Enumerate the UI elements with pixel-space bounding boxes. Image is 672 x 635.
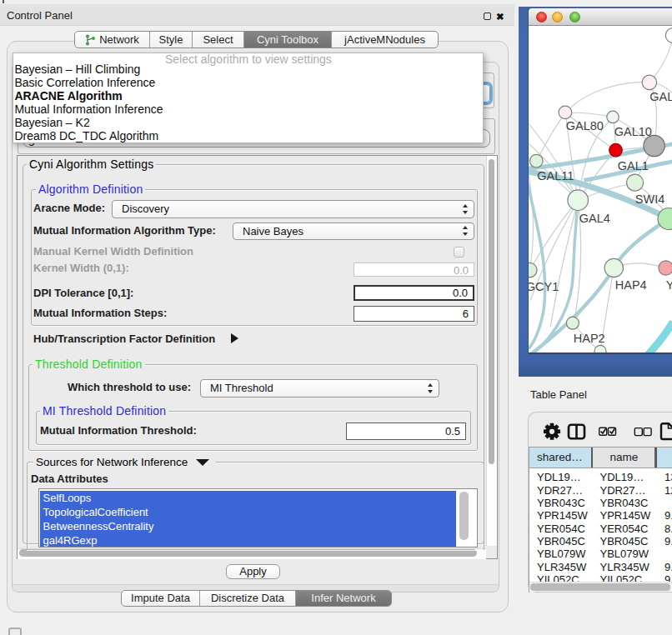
svg-text:GCY1: GCY1 <box>529 279 559 292</box>
svg-text:SWI4: SWI4 <box>634 192 664 206</box>
svg-text:GAL7: GAL7 <box>649 90 672 103</box>
svg-text:GAL1: GAL1 <box>617 159 648 172</box>
svg-text:HAP4: HAP4 <box>614 278 646 291</box>
svg-text:HAP2: HAP2 <box>573 332 604 345</box>
svg-text:Y: Y <box>665 278 671 292</box>
svg-text:GAL10: GAL10 <box>614 125 651 138</box>
svg-text:GAL80: GAL80 <box>565 119 603 132</box>
svg-text:GAL4: GAL4 <box>579 212 609 225</box>
svg-text:GAL11: GAL11 <box>537 169 574 182</box>
